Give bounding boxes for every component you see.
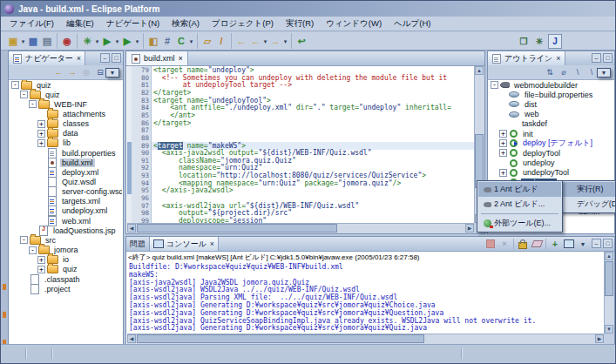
toolbar-last-edit-button[interactable]: ↩ [294, 34, 308, 49]
scroll-down-icon[interactable]: ▼ [605, 325, 613, 334]
terminate-icon[interactable] [485, 239, 496, 249]
close-icon[interactable]: × [556, 54, 560, 63]
chevron-down-icon[interactable]: ▾ [262, 34, 268, 49]
tree-item-deploy.xml[interactable]: deploy.xml [10, 167, 122, 177]
twisty-expand-icon[interactable]: + [37, 256, 45, 264]
toolbar-open-folder-button[interactable]: ▱ [200, 34, 214, 49]
tree-item-data[interactable]: +data [10, 129, 122, 138]
forward-icon[interactable]: → [67, 68, 78, 77]
close-icon[interactable]: × [77, 54, 81, 63]
tree-item-dist[interactable]: dist [489, 99, 613, 109]
pin-console-icon[interactable]: + [550, 239, 560, 249]
tree-item-server-config.wsdd[interactable]: server-config.wsdd [10, 187, 122, 197]
maximize-button[interactable]: □ [603, 239, 613, 248]
collapse-all-icon[interactable]: ⊟ [95, 68, 105, 77]
tree-item-WEB-INF[interactable]: -WEB-INF [10, 99, 122, 109]
menubar-item[interactable]: ヘルプ(H) [388, 17, 437, 31]
tree-item-src[interactable]: -src [10, 235, 122, 245]
tree-item-webmodulebuilder[interactable]: -webmodulebuilder [489, 80, 613, 90]
code-editor[interactable]: 79<target name="undeploy">80 <!-- Someti… [127, 66, 474, 223]
tree-item-deployTool[interactable]: +deployTool [489, 148, 613, 158]
perspective-java-perspective-button[interactable]: J [548, 34, 562, 49]
scroll-left-icon[interactable]: ◀ [127, 334, 136, 343]
tree-item-build.properties[interactable]: build.properties [10, 148, 122, 158]
toolbar-print-button[interactable]: ▤ [40, 34, 54, 49]
twisty-expand-icon[interactable]: + [37, 139, 45, 147]
tab-navigator[interactable]: ナビゲーター × [9, 51, 85, 65]
tree-item-taskdef[interactable]: taskdef [489, 119, 613, 129]
scroll-thumb[interactable] [137, 334, 424, 343]
toolbar-new-class-button[interactable]: ◧ [146, 34, 160, 49]
menubar-item[interactable]: プロジェクト(P) [206, 17, 280, 31]
filter-icon[interactable]: \ [586, 68, 597, 77]
twisty-expand-icon[interactable]: + [499, 130, 507, 138]
display-console-icon[interactable] [564, 239, 574, 249]
toolbar-run-external-button[interactable]: ▶ [120, 34, 134, 49]
twisty-expand-icon[interactable]: + [37, 120, 45, 128]
up-icon[interactable]: ◎ [81, 68, 91, 77]
scroll-thumb[interactable] [605, 261, 613, 296]
maximize-button[interactable]: □ [603, 53, 613, 63]
toolbar-back2-button[interactable]: ← [248, 34, 262, 49]
chevron-down-icon[interactable]: ▾ [134, 34, 140, 49]
scroll-right-icon[interactable]: ▶ [465, 224, 474, 233]
tree-item-lib[interactable]: +lib [10, 138, 122, 148]
menubar-item[interactable]: ファイル(F) [3, 17, 60, 31]
tree-item-deploy [デフォルト][interactable]: +deploy [デフォルト] [489, 138, 613, 148]
tab-outline[interactable]: アウトライン × [488, 51, 565, 65]
tree-item-web.xml[interactable]: web.xml [10, 216, 122, 226]
filter-icon[interactable]: \ [572, 68, 583, 77]
tree-item-undeploy[interactable]: undeploy [489, 158, 613, 168]
editor-hscrollbar[interactable]: ◀ ▶ [127, 223, 474, 233]
menubar-item[interactable]: ナビゲート(N) [100, 17, 166, 31]
chevron-down-icon[interactable]: ▾ [188, 34, 194, 49]
close-icon[interactable]: × [179, 54, 183, 63]
toolbar-java-package-button[interactable]: # [160, 34, 174, 49]
run-menu-item-1[interactable]: デバッグ(D)▸ [561, 197, 616, 212]
navigator-tree[interactable]: -quiz-quiz-WEB-INFattachments+classes+da… [10, 80, 122, 343]
tree-item-web[interactable]: web [489, 110, 613, 119]
remove-launch-icon[interactable]: × [499, 239, 510, 249]
minimize-button[interactable]: – [100, 53, 110, 63]
console-hscrollbar[interactable]: ◀ ▶ [127, 334, 604, 344]
twisty-collapse-icon[interactable]: - [29, 100, 37, 108]
chevron-down-icon[interactable]: ▾ [114, 34, 120, 49]
view-menu-icon[interactable]: ▼ [597, 68, 611, 78]
scroll-lock-icon[interactable] [518, 239, 528, 249]
view-menu-icon[interactable]: ▼ [105, 68, 119, 78]
perspective-ant-view-button[interactable]: ✳ [532, 34, 546, 49]
chevron-down-icon[interactable]: ▾ [20, 34, 26, 49]
tree-item-quiz[interactable]: -quiz [10, 80, 122, 90]
tree-item-jomora[interactable]: -jomora [10, 246, 122, 255]
tree-item-.classpath[interactable]: .classpath [10, 274, 122, 284]
console-vscrollbar[interactable]: ▲ ▼ [604, 252, 614, 334]
toolbar-back-button[interactable]: ← [234, 34, 248, 49]
tree-item-file=build.properties[interactable]: file=build.properties [489, 90, 613, 99]
toolbar-refresh-button[interactable]: C [174, 34, 188, 49]
tree-item-build.xml[interactable]: build.xml [10, 158, 122, 167]
scroll-right-icon[interactable]: ▶ [595, 334, 604, 343]
tree-item-.project[interactable]: .project [10, 284, 122, 293]
toolbar-run-button[interactable]: ▶ [100, 34, 114, 49]
twisty-collapse-icon[interactable]: - [20, 91, 28, 98]
toolbar-paintbrush-button[interactable]: / [214, 34, 228, 49]
minimize-button[interactable]: – [592, 53, 601, 63]
sort-icon[interactable]: ⇅ [545, 68, 555, 77]
title-bar[interactable]: Java - build.xml - Eclipse Platform [1, 1, 615, 17]
ant-menu-item-3[interactable]: 外部ツール(E)... [478, 216, 561, 231]
menubar-item[interactable]: 検索(A) [166, 17, 206, 31]
menubar-item[interactable]: ウィンドウ(W) [320, 17, 388, 31]
twisty-expand-icon[interactable]: + [499, 139, 507, 147]
back-icon[interactable]: ← [53, 68, 64, 77]
close-icon[interactable]: × [210, 239, 214, 248]
twisty-collapse-icon[interactable]: - [491, 81, 498, 89]
chevron-down-icon[interactable]: ▾ [94, 34, 100, 49]
scroll-up-icon[interactable]: ▲ [605, 252, 613, 260]
twisty-expand-icon[interactable]: + [499, 149, 507, 157]
menubar-item[interactable]: 編集(E) [60, 17, 100, 31]
minimize-button[interactable]: – [592, 239, 601, 248]
tree-item-loadQuestions.jsp[interactable]: loadQuestions.jsp [10, 226, 122, 235]
chevron-down-icon[interactable]: ▼ [578, 239, 588, 249]
tree-item-targets.xml[interactable]: targets.xml [10, 197, 122, 206]
tree-item-io[interactable]: +io [10, 255, 122, 265]
